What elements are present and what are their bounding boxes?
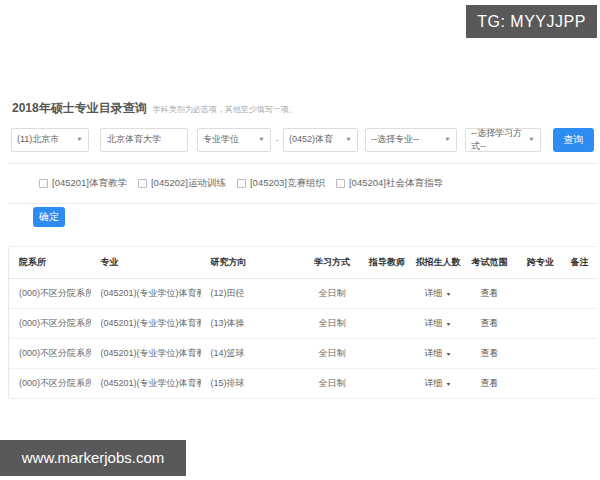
cell-dept: (000)不区分院系所 [9,339,91,369]
detail-link[interactable]: 详细 [425,288,443,298]
panel-mid-divider [8,203,597,204]
caret-down-icon: ▼ [446,291,452,296]
cell-advisor [359,369,416,399]
checkbox-icon[interactable] [138,179,147,188]
table-row: (000)不区分院系所 (045201)(专业学位)体育教学 (13)体操 全日… [9,309,597,339]
col-header-advisor: 指导教师 [359,247,416,279]
filter-bar: (11)北京市 ▼ 专业学位 ▼ - (0452)体育 ▼ --选择专业-- ▼… [11,127,594,152]
study-mode-select-value: --选择学习方式-- [471,127,525,153]
cell-direction: (12)田径 [201,279,306,309]
cell-dept: (000)不区分院系所 [9,309,91,339]
watermark: www.markerjobs.com [0,440,186,476]
checkbox-icon[interactable] [39,179,48,188]
tg-badge: TG: MYYJJPP [466,5,597,38]
page-header: 2018年硕士专业目录查询学科类别为必选项，其他至少填写一项。 [12,98,297,117]
cell-cross [519,339,563,369]
col-header-note: 备注 [563,247,597,279]
table-row: (000)不区分院系所 (045201)(专业学位)体育教学 (14)篮球 全日… [9,339,597,369]
cell-direction: (14)篮球 [201,339,306,369]
table-row: (000)不区分院系所 (045201)(专业学位)体育教学 (15)排球 全日… [9,369,597,399]
study-mode-select[interactable]: --选择学习方式-- ▼ [465,128,541,152]
page: TG: MYYJJPP 2018年硕士专业目录查询学科类别为必选项，其他至少填写… [0,0,600,480]
view-link[interactable]: 查看 [481,288,499,298]
table-header-row: 院系所 专业 研究方向 学习方式 指导教师 拟招生人数 考试范围 跨专业 备注 [9,247,597,279]
caret-down-icon: ▼ [446,381,452,386]
panel-top-divider [8,163,597,164]
view-link[interactable]: 查看 [481,348,499,358]
major-checkbox-group: [045201]体育教学 [045202]运动训练 [045203]竞赛组织 [… [39,173,443,193]
cell-dept: (000)不区分院系所 [9,369,91,399]
caret-down-icon: ▼ [446,351,452,356]
col-header-enroll: 拟招生人数 [416,247,461,279]
cell-advisor [359,309,416,339]
cell-advisor [359,279,416,309]
view-link[interactable]: 查看 [481,318,499,328]
checkbox-item-045204[interactable]: [045204]社会体育指导 [336,177,443,190]
col-header-direction: 研究方向 [201,247,306,279]
caret-down-icon: ▼ [446,321,452,326]
cell-note [563,279,597,309]
checkbox-item-045202[interactable]: [045202]运动训练 [138,177,226,190]
checkbox-label: [045201]体育教学 [52,177,127,190]
detail-link[interactable]: 详细 [425,378,443,388]
discipline-select-value: (0452)体育 [289,133,333,146]
checkbox-icon[interactable] [237,179,246,188]
col-header-mode: 学习方式 [306,247,359,279]
cell-dept: (000)不区分院系所 [9,279,91,309]
table-row: (000)不区分院系所 (045201)(专业学位)体育教学 (12)田径 全日… [9,279,597,309]
cell-major: (045201)(专业学位)体育教学 [91,339,201,369]
checkbox-item-045201[interactable]: [045201]体育教学 [39,177,127,190]
province-select-value: (11)北京市 [17,133,59,146]
major-select-value: --选择专业-- [371,133,419,146]
caret-down-icon: ▼ [444,137,451,143]
checkbox-item-045203[interactable]: [045203]竞赛组织 [237,177,325,190]
school-input[interactable] [100,128,188,152]
caret-down-icon: ▼ [528,137,535,143]
degree-type-select-value: 专业学位 [203,133,239,146]
caret-down-icon: ▼ [345,137,352,143]
cell-mode: 全日制 [306,369,359,399]
cell-mode: 全日制 [306,309,359,339]
cell-direction: (15)排球 [201,369,306,399]
filter-separator: - [271,135,283,145]
detail-link[interactable]: 详细 [425,348,443,358]
cell-cross [519,369,563,399]
cell-note [563,339,597,369]
cell-note [563,309,597,339]
page-title: 2018年硕士专业目录查询 [12,101,147,115]
checkbox-label: [045204]社会体育指导 [349,177,443,190]
query-button[interactable]: 查询 [553,128,594,152]
checkbox-label: [045202]运动训练 [151,177,226,190]
col-header-major: 专业 [91,247,201,279]
cell-cross [519,309,563,339]
caret-down-icon: ▼ [258,137,265,143]
cell-note [563,369,597,399]
checkbox-icon[interactable] [336,179,345,188]
col-header-exam: 考试范围 [461,247,519,279]
view-link[interactable]: 查看 [481,378,499,388]
discipline-select[interactable]: (0452)体育 ▼ [283,128,358,152]
page-subtitle: 学科类别为必选项，其他至少填写一项。 [153,105,297,114]
results-table: 院系所 专业 研究方向 学习方式 指导教师 拟招生人数 考试范围 跨专业 备注 … [8,246,597,399]
cell-mode: 全日制 [306,279,359,309]
cell-major: (045201)(专业学位)体育教学 [91,369,201,399]
degree-type-select[interactable]: 专业学位 ▼ [197,128,271,152]
checkbox-label: [045203]竞赛组织 [250,177,325,190]
col-header-dept: 院系所 [9,247,91,279]
cell-direction: (13)体操 [201,309,306,339]
cell-cross [519,279,563,309]
cell-major: (045201)(专业学位)体育教学 [91,309,201,339]
province-select[interactable]: (11)北京市 ▼ [11,128,89,152]
confirm-button[interactable]: 确定 [33,207,65,227]
col-header-cross: 跨专业 [519,247,563,279]
cell-advisor [359,339,416,369]
cell-major: (045201)(专业学位)体育教学 [91,279,201,309]
major-select[interactable]: --选择专业-- ▼ [365,128,457,152]
detail-link[interactable]: 详细 [425,318,443,328]
cell-mode: 全日制 [306,339,359,369]
caret-down-icon: ▼ [76,137,83,143]
